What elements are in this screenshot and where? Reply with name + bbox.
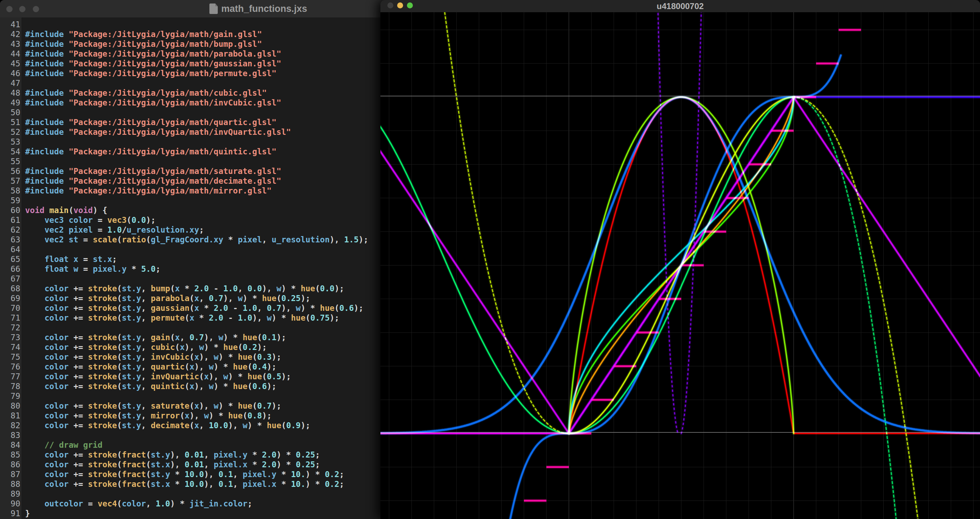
line-number: 47 (0, 78, 24, 88)
line-number: 91 (0, 508, 24, 518)
render-window: u418000702 (380, 0, 980, 519)
line-number: 51 (0, 117, 24, 127)
line-number: 64 (0, 244, 24, 254)
line-number: 55 (0, 156, 24, 166)
line-number: 78 (0, 382, 24, 391)
line-number: 72 (0, 323, 24, 332)
file-icon (209, 3, 218, 14)
line-number: 75 (0, 352, 24, 362)
line-number: 63 (0, 235, 24, 244)
line-number: 69 (0, 293, 24, 303)
line-number: 84 (0, 440, 24, 450)
line-number: 76 (0, 362, 24, 372)
line-number: 85 (0, 450, 24, 460)
line-number: 49 (0, 98, 24, 108)
line-number: 57 (0, 176, 24, 186)
line-number: 54 (0, 147, 24, 156)
line-number: 90 (0, 499, 24, 508)
line-number: 81 (0, 411, 24, 420)
line-number: 65 (0, 254, 24, 264)
line-number: 50 (0, 108, 24, 117)
line-number: 61 (0, 215, 24, 225)
render-titlebar[interactable]: u418000702 (380, 0, 980, 13)
line-number: 41 (0, 19, 24, 29)
line-number: 82 (0, 420, 24, 430)
line-number: 42 (0, 29, 24, 39)
line-number: 60 (0, 205, 24, 215)
line-number: 56 (0, 166, 24, 176)
line-number: 67 (0, 274, 24, 284)
line-number: 83 (0, 430, 24, 440)
line-number: 88 (0, 479, 24, 489)
line-number: 62 (0, 225, 24, 235)
line-number: 68 (0, 284, 24, 293)
line-number: 77 (0, 372, 24, 382)
line-number: 45 (0, 59, 24, 69)
line-number: 87 (0, 469, 24, 479)
line-number: 53 (0, 137, 24, 147)
line-number: 66 (0, 264, 24, 274)
desktop: { "left_window": { "title": "math_functi… (0, 0, 980, 519)
line-number: 44 (0, 49, 24, 59)
line-number: 48 (0, 88, 24, 98)
function-plot (380, 12, 980, 519)
line-number: 74 (0, 342, 24, 352)
line-number: 70 (0, 303, 24, 313)
line-number: 73 (0, 332, 24, 342)
line-number: 80 (0, 401, 24, 411)
line-number: 86 (0, 460, 24, 469)
line-number: 89 (0, 489, 24, 499)
line-number: 59 (0, 196, 24, 205)
line-number: 79 (0, 391, 24, 401)
line-number: 52 (0, 127, 24, 137)
line-number: 43 (0, 39, 24, 49)
window-title: math_functions.jxs (221, 3, 307, 14)
window-title: u418000702 (657, 2, 704, 11)
line-number: 46 (0, 69, 24, 78)
line-number: 58 (0, 186, 24, 196)
line-number: 71 (0, 313, 24, 323)
